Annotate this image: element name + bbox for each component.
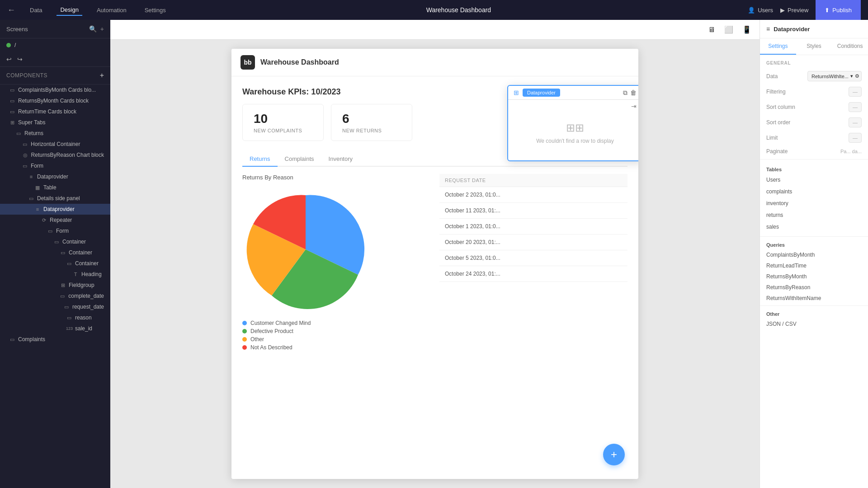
preview-icon: ▶	[780, 7, 785, 14]
query-item-returns-with-item-name[interactable]: ReturnsWithItemName	[760, 293, 868, 304]
table-item-returns[interactable]: returns	[760, 209, 868, 221]
section-divider	[760, 159, 868, 160]
query-item-returns-by-reason[interactable]: ReturnsByReason	[760, 282, 868, 293]
tree-item-container-3[interactable]: ▭ Container	[0, 258, 110, 269]
tree-item-returns-by-month[interactable]: ▭ ReturnsByMonth Cards block	[0, 95, 110, 106]
undo-button[interactable]: ↩	[6, 56, 12, 63]
tree-item-horizontal-container[interactable]: ▭ Horizontal Container	[0, 139, 110, 150]
legend-item-defective: Defective Product	[242, 328, 430, 334]
tablet-view-button[interactable]: ⬜	[722, 23, 736, 36]
nav-data[interactable]: Data	[26, 5, 46, 15]
nav-settings[interactable]: Settings	[141, 5, 170, 15]
table-row[interactable]: October 1 2023, 01:0...	[439, 219, 627, 235]
rp-tab-styles[interactable]: Styles	[796, 38, 832, 55]
tree-item-request-date[interactable]: ▭ request_date	[0, 301, 110, 312]
legend-dot-customer	[242, 321, 247, 325]
table-row[interactable]: October 20 2023, 01:...	[439, 235, 627, 250]
query-item-complaints-by-month[interactable]: ComplaintsByMonth	[760, 249, 868, 260]
add-component-icon[interactable]: +	[100, 71, 104, 80]
sort-order-label: Sort order	[766, 119, 790, 126]
limit-input[interactable]: —	[849, 133, 862, 143]
tree-item-complaints-by-month[interactable]: ▭ ComplaintsByMonth Cards blo...	[0, 84, 110, 95]
tab-returns[interactable]: Returns	[242, 152, 278, 167]
fab-add-button[interactable]: +	[603, 444, 625, 465]
tree-item-form[interactable]: ▭ Form	[0, 160, 110, 171]
desktop-view-button[interactable]: 🖥	[705, 24, 718, 36]
tab-complaints[interactable]: Complaints	[278, 152, 321, 167]
app-title: Warehouse Dashboard	[180, 6, 737, 14]
table-row[interactable]: October 5 2023, 01:0...	[439, 250, 627, 266]
other-item-json-csv[interactable]: JSON / CSV	[760, 319, 868, 329]
tree-item-dataprovider[interactable]: ≡ Dataprovider	[0, 171, 110, 182]
tab-inventory[interactable]: Inventory	[321, 152, 360, 167]
section-divider-2	[760, 236, 868, 237]
tree-item-reason[interactable]: ▭ reason	[0, 312, 110, 323]
filtering-select[interactable]: —	[849, 87, 862, 97]
dp-collapse-icon[interactable]: ⇥	[631, 103, 637, 110]
table-section: REQUEST DATE October 2 2023, 01:0... Oct…	[439, 174, 627, 352]
query-item-return-lead-time[interactable]: ReturnLeadTime	[760, 260, 868, 271]
tree-icon: ▭	[9, 98, 15, 104]
mobile-view-button[interactable]: 📱	[740, 23, 754, 36]
dp-delete-button[interactable]: 🗑	[630, 89, 637, 97]
search-icon[interactable]: 🔍	[89, 25, 97, 33]
screens-icons: 🔍 +	[89, 25, 104, 33]
tree-item-container-1[interactable]: ▭ Container	[0, 236, 110, 247]
tree-icon: ▭	[28, 196, 34, 202]
table-row[interactable]: October 24 2023, 01:...	[439, 266, 627, 282]
table-item-users[interactable]: Users	[760, 174, 868, 186]
query-item-returns-by-month[interactable]: ReturnsByMonth	[760, 271, 868, 282]
tree-icon: ▭	[47, 228, 53, 234]
add-screen-icon[interactable]: +	[100, 25, 104, 33]
tree-item-heading[interactable]: T Heading	[0, 269, 110, 280]
tree-item-dataprovider-2[interactable]: ≡ Dataprovider	[0, 204, 110, 215]
back-button[interactable]: ←	[7, 5, 15, 15]
sort-column-label: Sort column	[766, 104, 795, 110]
filtering-label: Filtering	[766, 89, 786, 95]
tree-item-complete-date[interactable]: ▭ complete_date	[0, 291, 110, 301]
left-sidebar: Screens 🔍 + / ↩ ↪ Components + ▭ Complai…	[0, 20, 110, 488]
sort-order-select[interactable]: —	[849, 117, 862, 127]
tree-item-sale-id[interactable]: 123 sale_id	[0, 323, 110, 334]
tree-item-super-tabs[interactable]: ⊞ Super Tabs	[0, 117, 110, 128]
table-row[interactable]: October 2 2023, 01:0...	[439, 187, 627, 203]
top-navigation: ← Data Design Automation Settings Wareho…	[0, 0, 868, 20]
rp-header: ≡ Dataprovider	[760, 20, 868, 38]
canvas-toolbar: 🖥 ⬜ 📱	[110, 20, 760, 40]
table-item-complaints[interactable]: complaints	[760, 186, 868, 197]
users-action[interactable]: 👤 Users	[748, 7, 773, 14]
tree-item-repeater[interactable]: ⟳ Repeater	[0, 215, 110, 225]
preview-action[interactable]: ▶ Preview	[780, 7, 808, 14]
components-header: Components +	[0, 67, 110, 84]
table-item-sales[interactable]: sales	[760, 221, 868, 233]
tree-item-returns[interactable]: ▭ Returns	[0, 128, 110, 139]
paginate-toggle[interactable]: Pa... da...	[840, 149, 862, 154]
sort-column-select[interactable]: —	[849, 102, 862, 112]
chevron-down-icon: ▾	[850, 73, 853, 79]
tree-item-returns-chart[interactable]: ◎ ReturnsByReason Chart block	[0, 150, 110, 160]
tree-item-fieldgroup[interactable]: ⊞ Fieldgroup	[0, 280, 110, 291]
screen-item-root[interactable]: /	[0, 38, 110, 52]
data-field-select[interactable]: ReturnsWithIte... ▾ ⚙	[807, 71, 862, 81]
dp-copy-button[interactable]: ⧉	[623, 89, 627, 97]
nav-design[interactable]: Design	[57, 5, 82, 16]
tree-icon: ▭	[15, 131, 22, 136]
tree-item-return-time[interactable]: ▭ ReturnTime Cards block	[0, 106, 110, 117]
legend-item-other: Other	[242, 336, 430, 343]
publish-button[interactable]: ⬆ Publish	[816, 0, 861, 20]
queries-section: Queries ComplaintsByMonth ReturnLeadTime…	[760, 239, 868, 304]
settings-icon[interactable]: ⚙	[855, 73, 859, 79]
table-row[interactable]: October 11 2023, 01:...	[439, 203, 627, 219]
tree-item-complaints-bottom[interactable]: ▭ Complaints	[0, 334, 110, 345]
tree-item-container-2[interactable]: ▭ Container	[0, 247, 110, 258]
tree-item-table[interactable]: ▦ Table	[0, 182, 110, 193]
tree-item-form-2[interactable]: ▭ Form	[0, 225, 110, 236]
nav-automation[interactable]: Automation	[93, 5, 130, 15]
dataprovider-overlay: ⊞ Dataprovider ⧉ 🗑 ⇥ ⊞⊞ We couldn't fi	[507, 85, 638, 161]
tree-item-details-panel[interactable]: ▭ Details side panel	[0, 193, 110, 204]
rp-tab-settings[interactable]: Settings	[760, 38, 796, 55]
table-item-inventory[interactable]: inventory	[760, 197, 868, 209]
redo-button[interactable]: ↪	[17, 56, 23, 63]
dp-grid-icon: ⊞	[514, 89, 519, 96]
rp-tab-conditions[interactable]: Conditions	[832, 38, 868, 55]
